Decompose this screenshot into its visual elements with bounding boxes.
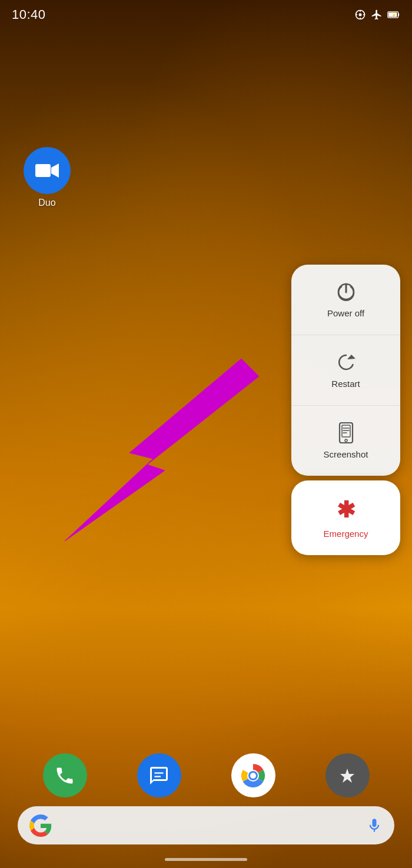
chrome-icon xyxy=(239,762,267,790)
screenshot-icon xyxy=(337,422,355,443)
microphone-icon[interactable] xyxy=(366,817,383,834)
status-icons: ⚡ xyxy=(354,9,400,21)
power-off-button[interactable]: Power off xyxy=(291,265,400,335)
emergency-label: Emergency xyxy=(324,529,368,539)
search-bar[interactable] xyxy=(18,806,394,844)
camera-icon xyxy=(35,162,59,179)
status-bar: 10:40 ⚡ xyxy=(0,0,412,29)
svg-rect-9 xyxy=(35,164,51,177)
duo-app-label: Duo xyxy=(38,198,55,208)
assistant-dock-icon[interactable] xyxy=(325,753,370,797)
airplane-icon xyxy=(371,9,383,21)
home-indicator xyxy=(165,858,247,861)
messages-icon xyxy=(148,765,170,786)
phone-dock-icon[interactable] xyxy=(43,753,87,797)
assistant-icon xyxy=(337,766,357,786)
emergency-icon: ✱ xyxy=(337,497,355,523)
screenshot-button[interactable]: Screenshot xyxy=(291,406,400,476)
battery-icon: ⚡ xyxy=(387,9,400,21)
status-time: 10:40 xyxy=(12,7,46,22)
power-off-label: Power off xyxy=(327,308,364,318)
svg-rect-15 xyxy=(342,425,350,437)
screenshot-label: Screenshot xyxy=(324,449,368,459)
dock xyxy=(0,753,412,797)
restart-icon xyxy=(335,352,357,373)
google-g-logo xyxy=(29,814,52,837)
svg-point-1 xyxy=(359,14,362,16)
power-menu-main: Power off Restart Screenshot xyxy=(291,265,400,476)
svg-marker-10 xyxy=(51,163,59,178)
svg-text:⚡: ⚡ xyxy=(391,12,397,18)
duo-app-circle[interactable] xyxy=(24,147,71,194)
duo-app-icon[interactable]: Duo xyxy=(24,147,71,208)
power-menu: Power off Restart Screenshot ✱ Emer xyxy=(291,265,400,555)
location-icon xyxy=(354,9,366,21)
phone-icon xyxy=(54,765,75,786)
emergency-button[interactable]: ✱ Emergency xyxy=(291,480,400,555)
restart-label: Restart xyxy=(331,379,360,389)
svg-point-16 xyxy=(345,439,347,442)
messages-dock-icon[interactable] xyxy=(137,753,181,797)
restart-button[interactable]: Restart xyxy=(291,335,400,406)
power-off-icon xyxy=(335,281,357,302)
svg-point-28 xyxy=(250,773,256,779)
chrome-dock-icon[interactable] xyxy=(231,753,275,797)
svg-marker-13 xyxy=(347,355,355,359)
